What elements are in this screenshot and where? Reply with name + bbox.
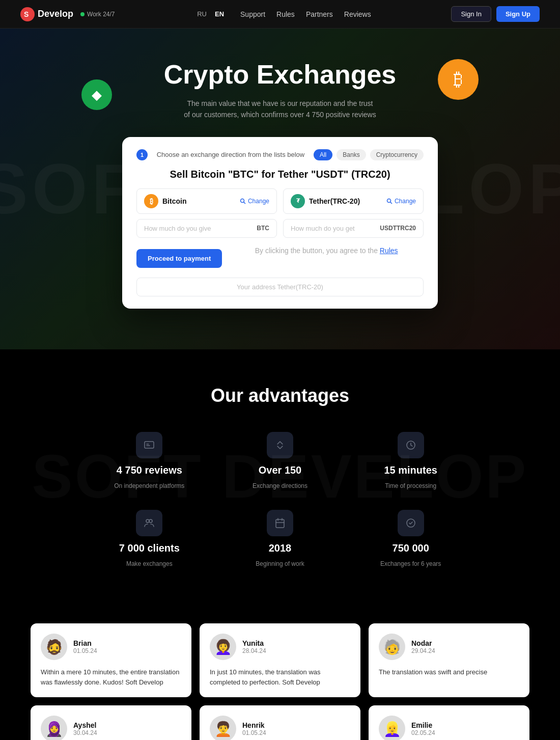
from-amount-input[interactable]: How much do you give BTC <box>136 219 277 238</box>
review-text-nodar: The translation was swift and precise <box>379 667 519 677</box>
reviewer-date-nodar: 29.04.24 <box>411 647 435 654</box>
review-card-henrik: 🧑‍🦱 Henrik 01.05.24 Exceptional service.… <box>200 705 360 740</box>
review-card-yunita: 👩‍🦱 Yunita 28.04.24 In just 10 minutes, … <box>200 623 360 697</box>
advantage-exchanges: 750 000 Exchanges for 6 years <box>350 510 471 567</box>
reviews-grid-top: 🧔 Brian 01.05.24 Within a mere 10 minute… <box>31 623 529 697</box>
clients-value: 7 000 clients <box>119 542 180 554</box>
logo-icon: S <box>20 7 35 21</box>
to-currency-info: ₮ Tether(TRC-20) <box>291 194 360 208</box>
work-dot <box>80 12 85 16</box>
to-currency-select[interactable]: ₮ Tether(TRC-20) Change <box>283 188 424 214</box>
reviewer-meta-yunita: Yunita 28.04.24 <box>242 639 266 654</box>
reviewer-name-henrik: Henrik <box>242 721 266 729</box>
review-text-brian: Within a mere 10 minutes, the entire tra… <box>41 667 181 687</box>
advantages-section: SOFT DEVELOP Our advantages 4 750 review… <box>0 349 560 603</box>
reviewer-avatar-nodar: 🧓 <box>379 634 405 660</box>
review-header-yunita: 👩‍🦱 Yunita 28.04.24 <box>210 634 350 660</box>
advantage-directions: Over 150 Exchange directions <box>220 432 341 489</box>
btc-icon: ₿ <box>144 194 158 208</box>
review-card-nodar: 🧓 Nodar 29.04.24 The translation was swi… <box>369 623 529 697</box>
rules-link[interactable]: Rules <box>380 246 398 255</box>
reviewer-meta-emilie: Emilie 02.05.24 <box>411 721 435 736</box>
search-icon-2 <box>386 198 393 204</box>
nav-rules[interactable]: Rules <box>276 10 295 18</box>
review-card-brian: 🧔 Brian 01.05.24 Within a mere 10 minute… <box>31 623 191 697</box>
svg-point-4 <box>387 199 390 202</box>
signup-button[interactable]: Sign Up <box>496 6 540 22</box>
review-header-nodar: 🧓 Nodar 29.04.24 <box>379 634 519 660</box>
work-label: Work 24/7 <box>87 11 115 18</box>
navbar-right: Sign In Sign Up <box>451 6 540 22</box>
from-col: ₿ Bitcoin Change How much do you give BT… <box>136 188 277 238</box>
exchanges-icon <box>398 510 424 536</box>
filter-banks[interactable]: Banks <box>337 149 366 160</box>
address-input[interactable]: Your address Tether(TRC-20) <box>136 278 424 296</box>
widget-bottom-row: Proceed to payment By clicking the butto… <box>136 245 424 272</box>
reviews-icon <box>136 432 162 458</box>
exchange-widget: 1 Choose an exchange direction from the … <box>122 137 438 309</box>
review-header-henrik: 🧑‍🦱 Henrik 01.05.24 <box>210 716 350 740</box>
nav-links: Support Rules Partners Reviews <box>240 10 371 18</box>
lang-ru[interactable]: RU <box>195 9 209 19</box>
to-change-button[interactable]: Change <box>386 198 416 205</box>
svg-point-9 <box>149 519 152 523</box>
hero-section: SOFT DEVELOP ₿ ◆ Crypto Exchanges The ma… <box>0 29 560 349</box>
reviewer-avatar-henrik: 🧑‍🦱 <box>210 716 236 740</box>
lang-en[interactable]: EN <box>213 9 226 19</box>
proceed-button[interactable]: Proceed to payment <box>136 249 222 268</box>
agree-text: By clicking the button, you agree to the… <box>255 245 398 256</box>
filter-crypto[interactable]: Cryptocurrency <box>370 149 424 160</box>
reviewer-name-yunita: Yunita <box>242 639 266 647</box>
to-currency-name: Tether(TRC-20) <box>309 197 360 205</box>
reviewer-date-yunita: 28.04.24 <box>242 647 266 654</box>
reviewer-date-ayshel: 30.04.24 <box>73 729 97 736</box>
logo: S Develop <box>20 7 73 21</box>
review-card-emilie: 👱‍♀️ Emilie 02.05.24 The translation was… <box>369 705 529 740</box>
clients-icon <box>136 510 162 536</box>
year-value: 2018 <box>269 542 292 554</box>
reviews-section: 🧔 Brian 01.05.24 Within a mere 10 minute… <box>0 603 560 740</box>
svg-line-3 <box>243 202 245 204</box>
year-icon <box>267 510 293 536</box>
svg-rect-6 <box>145 442 154 448</box>
from-change-button[interactable]: Change <box>240 198 269 205</box>
from-placeholder: How much do you give <box>144 225 211 232</box>
brand-name: Develop <box>38 9 73 19</box>
adv-bg-wrap: SOFT DEVELOP Our advantages 4 750 review… <box>20 385 540 567</box>
reviewer-meta-ayshel: Ayshel 30.04.24 <box>73 721 97 736</box>
to-suffix: USDTTRC20 <box>380 225 416 232</box>
reviewer-name-nodar: Nodar <box>411 639 435 647</box>
svg-rect-10 <box>276 519 284 528</box>
review-header-emilie: 👱‍♀️ Emilie 02.05.24 <box>379 716 519 740</box>
nav-reviews[interactable]: Reviews <box>344 10 371 18</box>
signin-button[interactable]: Sign In <box>451 6 491 22</box>
to-col: ₮ Tether(TRC-20) Change How much do you … <box>283 188 424 238</box>
step-number: 1 <box>136 149 148 160</box>
review-text-yunita: In just 10 minutes, the translation was … <box>210 667 350 687</box>
advantages-grid: 4 750 reviews On independent platforms O… <box>89 432 471 567</box>
advantages-title: Our advantages <box>20 385 540 406</box>
reviewer-name-ayshel: Ayshel <box>73 721 97 729</box>
svg-point-2 <box>240 199 244 202</box>
reviewer-avatar-emilie: 👱‍♀️ <box>379 716 405 740</box>
nav-partners[interactable]: Partners <box>306 10 333 18</box>
widget-step-row: 1 Choose an exchange direction from the … <box>136 149 424 160</box>
reviews-label: On independent platforms <box>114 482 184 489</box>
from-currency-select[interactable]: ₿ Bitcoin Change <box>136 188 277 214</box>
reviewer-avatar-ayshel: 🧕 <box>41 716 67 740</box>
reviewer-avatar-yunita: 👩‍🦱 <box>210 634 236 660</box>
step-label: Choose an exchange direction from the li… <box>153 151 309 158</box>
clients-label: Make exchanges <box>126 560 173 567</box>
reviewer-name-emilie: Emilie <box>411 721 435 729</box>
to-placeholder: How much do you get <box>291 225 355 232</box>
usdt-icon: ₮ <box>291 194 305 208</box>
from-currency-name: Bitcoin <box>162 197 186 205</box>
filter-all[interactable]: All <box>314 149 332 160</box>
to-amount-input[interactable]: How much do you get USDTTRC20 <box>283 219 424 238</box>
reviewer-avatar-brian: 🧔 <box>41 634 67 660</box>
reviewer-date-emilie: 02.05.24 <box>411 729 435 736</box>
review-card-ayshel: 🧕 Ayshel 30.04.24 In a mere 10 minutes, … <box>31 705 191 740</box>
svg-point-8 <box>146 519 149 523</box>
nav-support[interactable]: Support <box>240 10 265 18</box>
exchanges-label: Exchanges for 6 years <box>380 560 441 567</box>
